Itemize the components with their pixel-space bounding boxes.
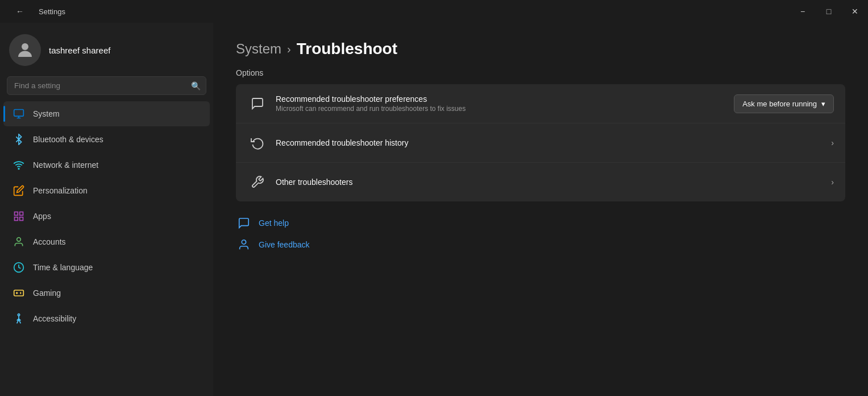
avatar [9,34,41,66]
apps-icon [13,210,25,222]
recommended-history-action: › [831,138,834,147]
svg-rect-6 [15,217,18,221]
svg-rect-5 [20,217,23,221]
svg-rect-1 [14,110,24,117]
avatar-icon [15,40,35,60]
content-area: System › Troubleshoot Options Recommende… [213,23,868,396]
sidebar-item-system[interactable]: System [3,101,210,126]
bluetooth-icon [13,133,25,146]
dropdown-value: Ask me before running [742,100,817,108]
sidebar-item-bluetooth[interactable]: Bluetooth & devices [3,127,210,152]
recommended-preferences-text: Recommended troubleshooter preferences M… [276,94,734,113]
sidebar-item-system-label: System [33,109,60,118]
get-help-icon [236,215,252,231]
options-card: Recommended troubleshooter preferences M… [236,84,845,201]
username: tashreef shareef [49,46,110,55]
network-icon [13,159,25,171]
user-profile[interactable]: tashreef shareef [0,23,213,76]
breadcrumb-current: Troubleshoot [297,40,397,58]
give-feedback-link[interactable]: Give feedback [236,237,845,253]
svg-rect-4 [20,212,23,216]
main-container: tashreef shareef 🔍 System [0,23,868,396]
time-icon [13,261,25,274]
sidebar-item-personalization-label: Personalization [33,186,88,195]
help-section: Get help Give feedback [236,215,845,253]
svg-rect-9 [14,290,24,296]
svg-point-0 [22,43,28,50]
get-help-link[interactable]: Get help [236,215,845,231]
sidebar-item-gaming[interactable]: Gaming [3,280,210,306]
give-feedback-label: Give feedback [259,240,310,249]
accessibility-icon [13,312,25,325]
svg-rect-3 [15,212,18,216]
svg-point-2 [18,168,19,170]
sidebar-item-gaming-label: Gaming [33,288,61,298]
maximize-button[interactable]: □ [816,0,842,23]
recommended-history-icon [247,133,268,153]
other-troubleshooters-icon [247,172,268,192]
system-icon [13,108,25,120]
back-button[interactable]: ← [7,0,33,23]
breadcrumb-separator: › [287,43,291,56]
recommended-history-text: Recommended troubleshooter history [276,138,831,147]
other-troubleshooters-row[interactable]: Other troubleshooters › [236,163,845,201]
sidebar-nav: System Bluetooth & devices [0,101,213,332]
sidebar-item-accessibility-label: Accessibility [33,314,76,323]
search-input[interactable] [7,76,206,95]
sidebar-item-accessibility[interactable]: Accessibility [3,306,210,331]
svg-point-7 [17,238,21,242]
svg-point-10 [18,314,19,316]
titlebar: ← Settings − □ ✕ [0,0,868,23]
preferences-dropdown[interactable]: Ask me before running ▾ [734,94,834,113]
sidebar: tashreef shareef 🔍 System [0,23,213,396]
search-box: 🔍 [7,76,206,95]
recommended-preferences-subtitle: Microsoft can recommend and run troubles… [276,105,734,113]
sidebar-item-personalization[interactable]: Personalization [3,178,210,203]
back-icon: ← [16,7,24,16]
accounts-icon [13,236,25,248]
sidebar-item-time-label: Time & language [33,263,93,272]
section-label: Options [236,68,845,77]
recommended-preferences-row[interactable]: Recommended troubleshooter preferences M… [236,84,845,123]
personalization-icon [13,184,25,197]
recommended-history-chevron-icon: › [831,138,834,147]
recommended-preferences-icon [247,93,268,114]
other-troubleshooters-text: Other troubleshooters [276,178,831,187]
svg-point-11 [242,240,246,244]
other-troubleshooters-chevron-icon: › [831,178,834,187]
sidebar-item-apps-label: Apps [33,212,51,221]
minimize-button[interactable]: − [790,0,816,23]
search-icon: 🔍 [191,81,201,90]
close-button[interactable]: ✕ [842,0,868,23]
sidebar-item-accounts[interactable]: Accounts [3,229,210,254]
sidebar-item-time[interactable]: Time & language [3,255,210,280]
breadcrumb-parent[interactable]: System [236,41,281,57]
sidebar-item-apps[interactable]: Apps [3,204,210,229]
get-help-label: Get help [259,218,289,228]
recommended-preferences-action: Ask me before running ▾ [734,94,834,113]
give-feedback-icon [236,237,252,253]
sidebar-item-network[interactable]: Network & internet [3,152,210,178]
sidebar-item-bluetooth-label: Bluetooth & devices [33,135,103,144]
recommended-preferences-title: Recommended troubleshooter preferences [276,94,734,104]
gaming-icon [13,287,25,299]
sidebar-item-accounts-label: Accounts [33,237,66,246]
window-controls: − □ ✕ [790,0,868,23]
other-troubleshooters-action: › [831,178,834,187]
sidebar-item-network-label: Network & internet [33,160,98,170]
dropdown-chevron-icon: ▾ [821,100,825,108]
other-troubleshooters-title: Other troubleshooters [276,178,831,187]
breadcrumb: System › Troubleshoot [236,40,845,58]
recommended-history-title: Recommended troubleshooter history [276,138,831,147]
recommended-history-row[interactable]: Recommended troubleshooter history › [236,123,845,163]
app-title: Settings [39,7,65,16]
